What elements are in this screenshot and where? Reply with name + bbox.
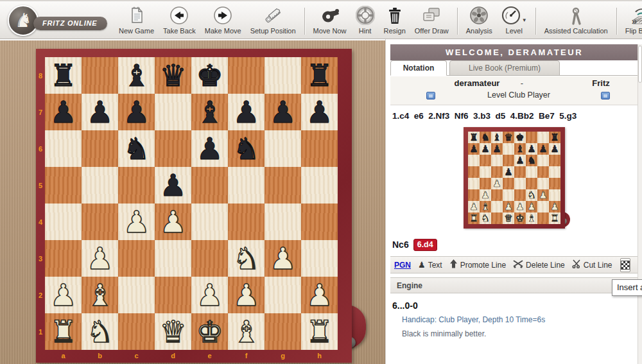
square-a3[interactable] (45, 240, 82, 277)
black-bishop[interactable]: ♝ (191, 94, 228, 130)
white-player-info-badge[interactable] (426, 92, 435, 100)
square-h7[interactable]: ♟ (301, 94, 338, 130)
toolbar-button-resign[interactable]: Resign (379, 4, 410, 39)
square-d7[interactable] (155, 94, 191, 130)
square-c5[interactable] (118, 167, 155, 204)
square-c8[interactable]: ♝ (118, 57, 155, 94)
black-pawn[interactable]: ♟ (301, 94, 338, 130)
white-bishop[interactable]: ♝ (82, 277, 118, 313)
black-pawn[interactable]: ♟ (82, 94, 118, 130)
square-b5[interactable] (82, 167, 118, 204)
white-pawn[interactable]: ♟ (82, 240, 118, 277)
pgn-link[interactable]: PGN (394, 261, 411, 270)
square-a8[interactable]: ♜ (45, 57, 82, 94)
black-knight[interactable]: ♞ (228, 130, 265, 167)
white-rook[interactable]: ♜ (45, 313, 82, 350)
square-g7[interactable]: ♟ (265, 94, 301, 130)
square-b2[interactable]: ♝ (82, 277, 118, 313)
toolbar-button-make-move[interactable]: Make Move (200, 4, 246, 39)
white-pawn[interactable]: ♟ (155, 204, 191, 240)
square-h2[interactable]: ♟ (301, 277, 338, 313)
black-bishop[interactable]: ♝ (118, 57, 155, 94)
toolbar-button-hint[interactable]: Hint (351, 4, 379, 39)
square-f5[interactable] (228, 167, 265, 204)
black-rook[interactable]: ♜ (45, 57, 82, 94)
square-d6[interactable] (155, 130, 191, 167)
white-king[interactable]: ♚ (191, 313, 228, 350)
square-e3[interactable] (191, 240, 228, 277)
square-d3[interactable] (155, 240, 191, 277)
cut-line-button[interactable]: Cut Line (572, 259, 612, 271)
square-d2[interactable] (155, 277, 191, 313)
square-e6[interactable]: ♟ (191, 130, 228, 167)
square-a7[interactable]: ♟ (45, 94, 82, 130)
square-e4[interactable] (191, 204, 228, 240)
text-button[interactable]: ♟ Text (418, 261, 442, 270)
square-e5[interactable] (191, 167, 228, 204)
square-a5[interactable] (45, 167, 82, 204)
tab-notation[interactable]: Notation (390, 60, 447, 76)
square-a1[interactable]: ♜ (45, 313, 82, 350)
white-pawn[interactable]: ♟ (45, 277, 82, 313)
previous-move[interactable]: Nc6 (392, 239, 409, 250)
white-pawn[interactable]: ♟ (301, 277, 338, 313)
black-pawn[interactable]: ♟ (265, 94, 301, 130)
square-g3[interactable]: ♟ (265, 240, 301, 277)
square-c3[interactable] (118, 240, 155, 277)
square-f1[interactable]: ♝ (228, 313, 265, 350)
square-d1[interactable]: ♛ (155, 313, 191, 350)
black-king[interactable]: ♚ (191, 57, 228, 94)
square-b6[interactable] (82, 130, 118, 167)
move-list[interactable]: 1.c4 e6 2.Nf3 Nf6 3.b3 d5 4.Bb2 Be7 5.g3 (392, 111, 636, 121)
square-c6[interactable]: ♞ (118, 130, 155, 167)
delete-line-button[interactable]: Delete Line (513, 259, 565, 271)
square-b8[interactable] (82, 57, 118, 94)
scrollbar-thumb[interactable] (638, 46, 642, 83)
black-pawn[interactable]: ♟ (118, 94, 155, 130)
toolbar-overflow-chevron-icon[interactable]: » (632, 15, 637, 26)
square-c7[interactable]: ♟ (118, 94, 155, 130)
white-pawn[interactable]: ♟ (228, 277, 265, 313)
toolbar-button-new-game[interactable]: New Game (114, 4, 159, 39)
square-g8[interactable] (265, 57, 301, 94)
black-pawn[interactable]: ♟ (45, 94, 82, 130)
white-rook[interactable]: ♜ (301, 313, 338, 350)
white-pawn[interactable]: ♟ (265, 240, 301, 277)
square-e7[interactable]: ♝ (191, 94, 228, 130)
square-g6[interactable] (265, 130, 301, 167)
square-d4[interactable]: ♟ (155, 204, 191, 240)
square-a2[interactable]: ♟ (45, 277, 82, 313)
square-b3[interactable]: ♟ (82, 240, 118, 277)
square-a6[interactable] (45, 130, 82, 167)
square-f7[interactable]: ♟ (228, 94, 265, 130)
square-d5[interactable]: ♟ (155, 167, 191, 204)
square-e2[interactable]: ♟ (191, 277, 228, 313)
square-f3[interactable]: ♞ (228, 240, 265, 277)
black-queen[interactable]: ♛ (155, 57, 191, 94)
insert-diagram-button[interactable] (620, 258, 630, 272)
black-pawn[interactable]: ♟ (228, 94, 265, 130)
square-h3[interactable] (301, 240, 338, 277)
square-d8[interactable]: ♛ (155, 57, 191, 94)
square-h6[interactable] (301, 130, 338, 167)
toolbar-button-level[interactable]: ▼Level (497, 4, 532, 39)
toolbar-button-setup-position[interactable]: Setup Position (246, 4, 300, 39)
square-b4[interactable] (82, 204, 118, 240)
toolbar-button-analysis[interactable]: Analysis (462, 4, 497, 39)
black-pawn[interactable]: ♟ (155, 167, 191, 204)
black-knight[interactable]: ♞ (118, 130, 155, 167)
white-pawn[interactable]: ♟ (191, 277, 228, 313)
square-a4[interactable] (45, 204, 82, 240)
toolbar-button-move-now[interactable]: Move Now (309, 4, 351, 39)
square-f2[interactable]: ♟ (228, 277, 265, 313)
square-f6[interactable]: ♞ (228, 130, 265, 167)
square-b7[interactable]: ♟ (82, 94, 118, 130)
black-rook[interactable]: ♜ (301, 57, 338, 94)
square-g2[interactable] (265, 277, 301, 313)
square-g5[interactable] (265, 167, 301, 204)
white-knight[interactable]: ♞ (82, 313, 118, 350)
square-f8[interactable] (228, 57, 265, 94)
square-h5[interactable] (301, 167, 338, 204)
square-e8[interactable]: ♚ (191, 57, 228, 94)
white-bishop[interactable]: ♝ (228, 313, 265, 350)
